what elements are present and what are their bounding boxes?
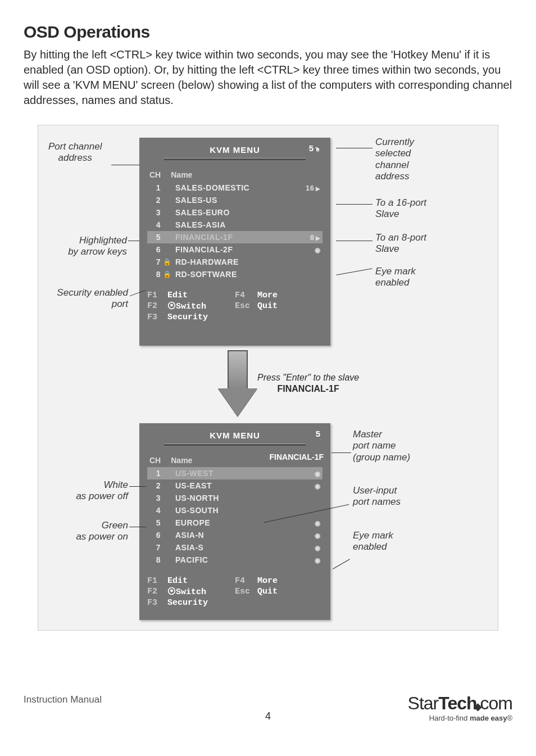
- port-name: SALES-DOMESTIC: [172, 183, 299, 192]
- eye-icon: [299, 556, 322, 564]
- eye-icon: [299, 544, 322, 552]
- fn-key-esc: Esc: [235, 301, 257, 311]
- fn-key-f3: F3: [147, 313, 167, 322]
- flow-arrow: [218, 350, 257, 423]
- page-number: 4: [265, 710, 271, 722]
- fn-key-f2: F2: [147, 301, 167, 311]
- annot-line: [336, 241, 373, 241]
- annot-to-8: To an 8-portSlave: [375, 232, 426, 255]
- col-name: Name: [171, 456, 192, 465]
- page-heading: OSD Operations: [24, 22, 512, 42]
- port-name: SALES-ASIA: [172, 220, 299, 229]
- osd-menu-bottom: KVM MENU 5 FINANCIAL-1F CH Name 1US-WEST…: [139, 423, 330, 620]
- list-item: 1SALES-DOMESTIC16: [147, 182, 322, 194]
- col-name: Name: [171, 170, 192, 179]
- footer-doc-title: Instruction Manual: [24, 694, 102, 705]
- channel-number: 8: [149, 270, 163, 279]
- annot-line: [129, 486, 146, 487]
- channel-number: 7: [149, 257, 163, 266]
- channel-number: 4: [149, 506, 163, 515]
- mouse-icon: [314, 143, 320, 153]
- lock-icon: 🔒: [163, 258, 172, 266]
- channel-number: 8: [149, 555, 163, 564]
- channel-number: 6: [149, 531, 163, 540]
- annot-line: [129, 527, 146, 527]
- annot-line: [111, 165, 139, 165]
- annot-port-channel: Port channeladdress: [48, 141, 102, 164]
- lock-icon: 🔒: [163, 270, 172, 278]
- annot-green-power-on: Greenas power on: [66, 520, 128, 543]
- list-item: 8PACIFIC: [147, 554, 322, 566]
- divider: [164, 158, 306, 160]
- channel-number: 4: [149, 220, 163, 229]
- port-name: US-NORTH: [172, 494, 299, 503]
- channel-number: 6: [149, 245, 163, 254]
- list-item: 3SALES-EURO: [147, 206, 322, 219]
- channel-number: 3: [149, 208, 163, 217]
- list-item: 4SALES-ASIA: [147, 219, 322, 231]
- osd-top-title: KVM MENU: [210, 145, 260, 155]
- annot-highlighted: Highlightedby arrow keys: [54, 235, 127, 258]
- annot-line: [336, 204, 373, 205]
- port-name: US-EAST: [172, 481, 299, 490]
- channel-number: 5: [149, 518, 163, 527]
- eye-icon: [299, 531, 322, 540]
- list-item: 3US-NORTH: [147, 492, 322, 504]
- list-item: 2SALES-US: [147, 194, 322, 206]
- eye-icon: [299, 482, 322, 490]
- fn-switch: ⦿Switch: [167, 301, 235, 311]
- annot-eye-mark-1: Eye markenabled: [375, 266, 416, 289]
- fn-key-f1: F1: [147, 291, 167, 300]
- annot-line: [336, 268, 372, 275]
- annot-line: [331, 452, 351, 453]
- annot-line: [336, 148, 373, 148]
- list-item: 7🔒RD-HARDWARE: [147, 256, 322, 268]
- fn-edit: Edit: [167, 291, 235, 300]
- port-name: RD-SOFTWARE: [172, 270, 299, 279]
- port-name: EUROPE: [172, 518, 299, 527]
- annot-user-input: User-inputport names: [353, 485, 401, 508]
- fn-key-f4: F4: [235, 291, 257, 300]
- fn-more: More: [257, 576, 314, 586]
- intro-paragraph: By hitting the left <CTRL> key twice wit…: [24, 47, 512, 108]
- channel-number: 2: [149, 481, 163, 490]
- list-item: 6FINANCIAL-2F: [147, 243, 322, 256]
- divider: [164, 443, 306, 446]
- osd-top-fn-legend: F1 Edit F4 More F2 ⦿Switch Esc Quit F3 S…: [147, 291, 322, 322]
- list-item: 8🔒RD-SOFTWARE: [147, 268, 322, 280]
- eye-icon: [299, 469, 322, 478]
- annot-security: Security enabledport: [44, 287, 128, 310]
- fn-security: Security: [167, 313, 235, 322]
- press-enter-caption: Press "Enter" to the slave FINANCIAL-1F: [257, 373, 359, 394]
- fn-security: Security: [167, 598, 235, 608]
- osd-bot-channel-number: 5: [316, 429, 320, 438]
- list-item: 5FINANCIAL-1F8: [147, 231, 322, 243]
- port-name: FINANCIAL-2F: [172, 245, 299, 254]
- brand-block: StarTechcom Hard-to-find made easy®: [408, 693, 512, 722]
- port-name: US-SOUTH: [172, 506, 299, 515]
- port-name: ASIA-S: [172, 543, 299, 552]
- list-item: 7ASIA-S: [147, 541, 322, 554]
- brand-tagline: Hard-to-find made easy®: [408, 714, 512, 722]
- annot-current-channel: Currentlyselectedchanneladdress: [375, 137, 414, 183]
- channel-number: 3: [149, 494, 163, 503]
- osd-top-channel-number: 5: [309, 143, 320, 153]
- annot-line: [333, 559, 350, 569]
- chevron-right-icon: 16: [299, 184, 322, 192]
- osd-menu-top: KVM MENU 5 CH Name 1SALES-DOMESTIC162SAL…: [139, 138, 330, 346]
- list-item: 5EUROPE: [147, 517, 322, 529]
- channel-number: 5: [149, 233, 163, 242]
- fn-more: More: [257, 291, 314, 300]
- channel-number: 1: [149, 183, 163, 192]
- port-name: US-WEST: [172, 469, 299, 478]
- annot-line: [128, 241, 139, 241]
- eye-icon: [299, 246, 322, 254]
- fn-key-f4: F4: [235, 576, 257, 586]
- channel-number: 7: [149, 543, 163, 552]
- annot-master-port: Masterport name(group name): [353, 429, 410, 463]
- fn-key-f3: F3: [147, 598, 167, 608]
- port-name: FINANCIAL-1F: [172, 233, 299, 242]
- col-ch: CH: [149, 456, 161, 465]
- fn-key-f1: F1: [147, 576, 167, 586]
- osd-bot-title: KVM MENU: [210, 431, 260, 440]
